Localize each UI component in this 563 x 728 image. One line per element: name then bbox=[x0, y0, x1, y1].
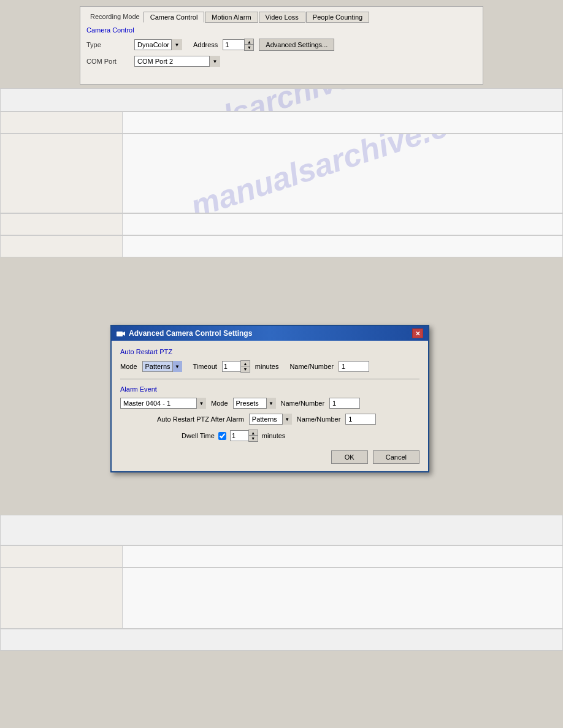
dwell-time-row: Dwell Time ▲ ▼ minutes bbox=[120, 430, 419, 442]
dwell-down-btn[interactable]: ▼ bbox=[249, 436, 258, 441]
mode-label: Mode bbox=[120, 363, 137, 370]
dwell-time-checkbox[interactable] bbox=[218, 432, 226, 440]
com-port-row: COM Port COM Port 2 ▼ bbox=[86, 56, 477, 67]
camera-icon bbox=[117, 330, 125, 337]
com-port-label: COM Port bbox=[86, 58, 129, 65]
alarm-source-select[interactable]: Master 0404 - 1 bbox=[120, 398, 206, 409]
middle-row-4 bbox=[0, 235, 563, 257]
middle-cell-right-1 bbox=[123, 112, 563, 134]
com-select[interactable]: COM Port 2 bbox=[134, 56, 220, 67]
timeout-label: Timeout bbox=[193, 363, 217, 370]
dialog-close-button[interactable]: ✕ bbox=[412, 328, 423, 338]
dwell-minutes-label: minutes bbox=[262, 432, 286, 439]
ok-button[interactable]: OK bbox=[331, 450, 368, 464]
name-number-label-1: Name/Number bbox=[289, 363, 334, 370]
top-panel-container: Recording Mode Camera Control Motion Ala… bbox=[80, 6, 483, 85]
name-number-label-2: Name/Number bbox=[281, 400, 325, 407]
auto-restart-label: Auto Restart PTZ bbox=[120, 348, 419, 355]
camera-control-section-label: Camera Control bbox=[86, 26, 477, 34]
advanced-settings-dialog: Advanced Camera Control Settings ✕ Auto … bbox=[110, 325, 429, 472]
name-number-input-3[interactable] bbox=[345, 414, 376, 425]
lower-cell-right-1 bbox=[123, 545, 563, 567]
dialog-title-label: Advanced Camera Control Settings bbox=[129, 329, 252, 338]
name-number-input-2[interactable] bbox=[329, 398, 360, 409]
lower-row-2 bbox=[0, 567, 563, 629]
timeout-spinner-btns[interactable]: ▲ ▼ bbox=[240, 360, 250, 373]
name-number-label-3: Name/Number bbox=[297, 415, 341, 423]
advanced-settings-button[interactable]: Advanced Settings... bbox=[259, 39, 334, 51]
timeout-minutes-label: minutes bbox=[255, 363, 279, 370]
auto-restart-row: Mode Patterns ▼ Timeout ▲ ▼ minutes Nam bbox=[120, 360, 419, 373]
dialog-titlebar: Advanced Camera Control Settings ✕ bbox=[112, 326, 428, 341]
lower-cell-right-2 bbox=[123, 567, 563, 629]
lower-footer bbox=[0, 629, 563, 651]
auto-restart-alarm-row: Auto Restart PTZ After Alarm Patterns ▼ … bbox=[120, 414, 419, 425]
alarm-mode-select[interactable]: Presets bbox=[233, 398, 276, 409]
auto-restart-alarm-label: Auto Restart PTZ After Alarm bbox=[157, 415, 244, 423]
middle-cell-left-2 bbox=[0, 134, 123, 213]
timeout-input[interactable] bbox=[222, 361, 240, 372]
patterns-select-wrapper[interactable]: Patterns ▼ bbox=[142, 361, 182, 372]
lower-section bbox=[0, 515, 563, 651]
cancel-button[interactable]: Cancel bbox=[373, 450, 419, 464]
address-label: Address bbox=[193, 41, 218, 48]
middle-cell-right-3 bbox=[123, 213, 563, 235]
name-number-input-1[interactable] bbox=[339, 361, 369, 372]
address-spinner-btns[interactable]: ▲ ▼ bbox=[244, 39, 254, 51]
dialog-divider bbox=[120, 379, 419, 379]
tab-video-loss[interactable]: Video Loss bbox=[259, 12, 305, 23]
alarm-mode-wrapper[interactable]: Presets ▼ bbox=[233, 398, 276, 409]
type-label: Type bbox=[86, 41, 129, 48]
tab-camera-control[interactable]: Camera Control bbox=[144, 12, 205, 23]
type-select[interactable]: DynaColor bbox=[134, 39, 182, 50]
patterns-select[interactable]: Patterns bbox=[142, 361, 182, 372]
watermark-1: manualsarchive.com bbox=[125, 88, 424, 112]
dialog-title-text: Advanced Camera Control Settings bbox=[117, 329, 252, 338]
auto-restart-alarm-select[interactable]: Patterns bbox=[249, 414, 292, 425]
alarm-source-wrapper[interactable]: Master 0404 - 1 ▼ bbox=[120, 398, 206, 409]
lower-header bbox=[0, 515, 563, 545]
svg-marker-1 bbox=[123, 332, 125, 336]
auto-restart-alarm-wrapper[interactable]: Patterns ▼ bbox=[249, 414, 292, 425]
lower-cell-left-1 bbox=[0, 545, 123, 567]
tab-bar: Recording Mode Camera Control Motion Ala… bbox=[86, 12, 477, 23]
tab-people-counting[interactable]: People Counting bbox=[306, 12, 369, 23]
type-row: Type DynaColor ▼ Address ▲ ▼ Advanced Se… bbox=[86, 39, 477, 51]
dialog-overlay: Advanced Camera Control Settings ✕ Auto … bbox=[110, 325, 429, 472]
address-down-btn[interactable]: ▼ bbox=[245, 45, 253, 50]
alarm-event-label: Alarm Event bbox=[120, 385, 419, 393]
address-up-btn[interactable]: ▲ bbox=[245, 39, 253, 45]
dwell-input[interactable] bbox=[230, 430, 248, 441]
com-select-wrapper[interactable]: COM Port 2 ▼ bbox=[134, 56, 220, 67]
middle-row-3 bbox=[0, 213, 563, 235]
address-input[interactable] bbox=[223, 39, 244, 50]
alarm-mode-label: Mode bbox=[211, 400, 228, 407]
middle-table-section: manualsarchive.com manualsarchive.com bbox=[0, 88, 563, 257]
middle-cell-right-4 bbox=[123, 235, 563, 257]
dwell-up-btn[interactable]: ▲ bbox=[249, 430, 258, 436]
dialog-footer: OK Cancel bbox=[120, 450, 419, 464]
dwell-spinner[interactable]: ▲ ▼ bbox=[230, 430, 258, 442]
watermark-2: manualsarchive.com bbox=[186, 134, 497, 213]
recording-mode-label: Recording Mode bbox=[86, 12, 144, 23]
timeout-down-btn[interactable]: ▼ bbox=[241, 366, 250, 372]
type-select-wrapper[interactable]: DynaColor ▼ bbox=[134, 39, 182, 50]
middle-cell-left-4 bbox=[0, 235, 123, 257]
tab-motion-alarm[interactable]: Motion Alarm bbox=[205, 12, 258, 23]
middle-row-2: manualsarchive.com bbox=[0, 134, 563, 213]
address-spinner[interactable]: ▲ ▼ bbox=[223, 39, 254, 51]
svg-rect-0 bbox=[117, 332, 123, 336]
middle-cell-left-3 bbox=[0, 213, 123, 235]
dwell-time-label: Dwell Time bbox=[182, 432, 215, 439]
lower-row-1 bbox=[0, 545, 563, 567]
lower-cell-left-2 bbox=[0, 567, 123, 629]
middle-cell-right-2: manualsarchive.com bbox=[123, 134, 563, 213]
alarm-source-row: Master 0404 - 1 ▼ Mode Presets ▼ Name/Nu… bbox=[120, 398, 419, 409]
dialog-body: Auto Restart PTZ Mode Patterns ▼ Timeout… bbox=[112, 341, 428, 471]
middle-header: manualsarchive.com bbox=[0, 88, 563, 112]
top-panel: Recording Mode Camera Control Motion Ala… bbox=[80, 6, 483, 85]
timeout-spinner[interactable]: ▲ ▼ bbox=[222, 360, 250, 373]
timeout-up-btn[interactable]: ▲ bbox=[241, 361, 250, 366]
middle-cell-left-1 bbox=[0, 112, 123, 134]
dwell-spinner-btns[interactable]: ▲ ▼ bbox=[248, 430, 258, 442]
